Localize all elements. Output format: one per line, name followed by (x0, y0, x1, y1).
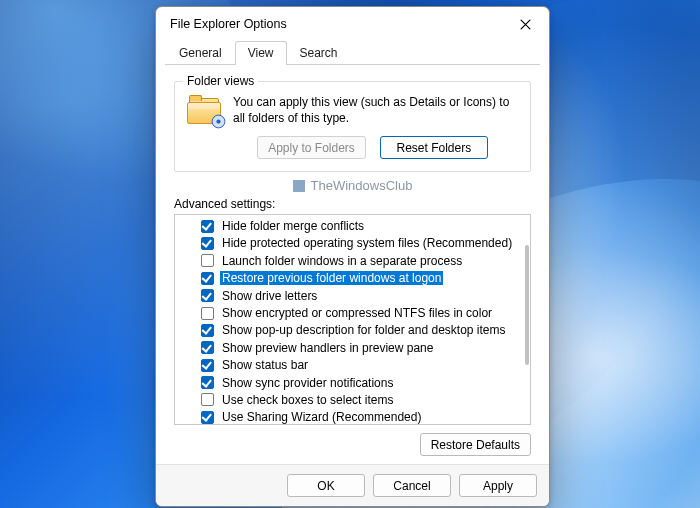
advanced-settings-list[interactable]: Hide folder merge conflictsHide protecte… (174, 214, 531, 425)
scrollbar-thumb[interactable] (525, 245, 529, 365)
list-item-label: Use Sharing Wizard (Recommended) (220, 410, 423, 424)
list-item-label: Use check boxes to select items (220, 393, 395, 407)
list-item[interactable]: Show drive letters (175, 287, 530, 304)
list-item[interactable]: Launch folder windows in a separate proc… (175, 252, 530, 269)
svg-point-1 (216, 119, 220, 123)
checkbox[interactable] (201, 376, 214, 389)
apply-button[interactable]: Apply (459, 474, 537, 497)
list-item-label: Show pop-up description for folder and d… (220, 323, 508, 337)
list-item-label: Launch folder windows in a separate proc… (220, 254, 464, 268)
folder-views-legend: Folder views (183, 74, 258, 88)
file-explorer-options-dialog: File Explorer Options GeneralViewSearch … (155, 6, 550, 507)
list-item[interactable]: Hide folder merge conflicts (175, 217, 530, 234)
cancel-button[interactable]: Cancel (373, 474, 451, 497)
list-item[interactable]: Show encrypted or compressed NTFS files … (175, 304, 530, 321)
checkbox[interactable] (201, 341, 214, 354)
list-item[interactable]: Show status bar (175, 357, 530, 374)
list-item[interactable]: Show sync provider notifications (175, 374, 530, 391)
list-item[interactable]: Use check boxes to select items (175, 391, 530, 408)
checkbox[interactable] (201, 272, 214, 285)
checkbox[interactable] (201, 220, 214, 233)
checkbox[interactable] (201, 307, 214, 320)
list-item[interactable]: Show preview handlers in preview pane (175, 339, 530, 356)
restore-defaults-button[interactable]: Restore Defaults (420, 433, 531, 456)
folder-options-icon (187, 96, 223, 126)
reset-folders-button[interactable]: Reset Folders (380, 136, 488, 159)
list-item[interactable]: Restore previous folder windows at logon (175, 270, 530, 287)
close-icon (520, 19, 531, 30)
checkbox[interactable] (201, 324, 214, 337)
checkbox[interactable] (201, 237, 214, 250)
close-button[interactable] (505, 9, 545, 39)
folder-views-group: Folder views You can apply this view (su… (174, 81, 531, 172)
advanced-settings-label: Advanced settings: (174, 197, 531, 211)
list-item-label: Restore previous folder windows at logon (220, 271, 443, 285)
checkbox[interactable] (201, 411, 214, 424)
window-title: File Explorer Options (170, 17, 505, 31)
watermark: TheWindowsClub (174, 178, 531, 193)
gear-icon (210, 113, 227, 130)
checkbox[interactable] (201, 254, 214, 267)
list-item-label: Show drive letters (220, 289, 319, 303)
ok-button[interactable]: OK (287, 474, 365, 497)
list-item-label: Show preview handlers in preview pane (220, 341, 435, 355)
tab-general[interactable]: General (166, 41, 235, 65)
folder-views-description: You can apply this view (such as Details… (233, 94, 518, 126)
list-item[interactable]: Show pop-up description for folder and d… (175, 322, 530, 339)
checkbox[interactable] (201, 359, 214, 372)
list-item[interactable]: Hide protected operating system files (R… (175, 235, 530, 252)
checkbox[interactable] (201, 289, 214, 302)
checkbox[interactable] (201, 393, 214, 406)
watermark-icon (293, 180, 305, 192)
titlebar[interactable]: File Explorer Options (156, 7, 549, 41)
dialog-body: Folder views You can apply this view (su… (156, 65, 549, 464)
tab-view[interactable]: View (235, 41, 287, 65)
list-item-label: Hide protected operating system files (R… (220, 236, 514, 250)
dialog-footer: OK Cancel Apply (156, 464, 549, 506)
tabstrip: GeneralViewSearch (156, 41, 549, 65)
tab-search[interactable]: Search (287, 41, 351, 65)
apply-to-folders-button[interactable]: Apply to Folders (257, 136, 366, 159)
list-item-label: Show sync provider notifications (220, 376, 395, 390)
watermark-text: TheWindowsClub (311, 178, 413, 193)
list-item[interactable]: Use Sharing Wizard (Recommended) (175, 409, 530, 425)
list-item-label: Show status bar (220, 358, 310, 372)
list-item-label: Show encrypted or compressed NTFS files … (220, 306, 494, 320)
list-item-label: Hide folder merge conflicts (220, 219, 366, 233)
